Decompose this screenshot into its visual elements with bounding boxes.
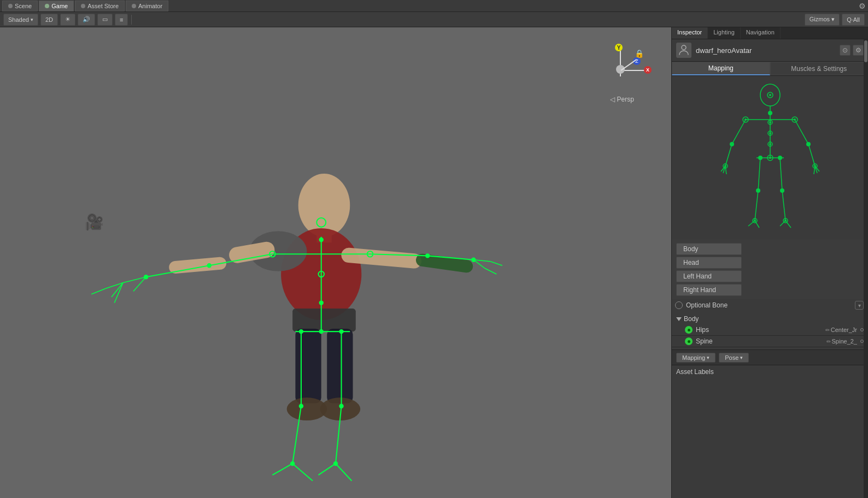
svg-rect-10 [327,329,353,404]
chevron-down-icon: ▾ [31,17,33,22]
svg-line-66 [725,166,726,174]
screen-icon: ▭ [102,16,108,23]
svg-point-48 [425,253,430,258]
human-body-svg [715,81,825,234]
svg-point-103 [756,188,760,193]
tab-lighting[interactable]: Lighting [708,27,741,39]
svg-rect-7 [415,253,473,274]
avatar-settings-btn[interactable]: ⚙ [853,45,864,56]
svg-rect-9 [295,329,321,404]
svg-line-25 [146,265,209,277]
hips-bone-row[interactable]: Hips ✏ Center_Jr [672,324,868,336]
svg-point-104 [780,188,784,193]
animator-icon [132,4,136,8]
pencil-icon: ✏ [825,327,830,333]
head-btn[interactable]: Head [676,257,742,269]
svg-line-78 [780,221,785,226]
viewport-gizmo[interactable]: 🔒 Y X Z [589,49,655,120]
main-area: 🎥 [0,27,868,498]
svg-point-88 [769,143,771,145]
viewport-toolbar: Shaded ▾ 2D ☀ 🔊 ▭ ≡ Gizmos ▾ Q·All [0,12,868,27]
svg-point-86 [769,132,771,134]
2d-button[interactable]: 2D [40,14,58,26]
mapping-tab[interactable]: Mapping [672,62,770,75]
tab-asset-store[interactable]: Asset Store [75,1,125,11]
top-tab-bar: Scene Game Asset Store Animator ⚙ [0,0,868,12]
toolbar-separator [131,15,132,25]
game-icon [45,4,49,8]
body-diagram [672,76,868,240]
tab-scene[interactable]: Scene [2,1,38,11]
body-btn[interactable]: Body [676,243,742,255]
inspector-bottom-bar: Mapping ▾ Pose ▾ [672,349,868,365]
mapping-button[interactable]: Mapping ▾ [676,353,715,363]
right-scrollbar[interactable] [864,39,868,498]
persp-label: ◁ Persp [589,96,655,103]
svg-line-17 [292,406,301,464]
scroll-thumb[interactable] [864,40,867,62]
sun-icon: ☀ [65,16,71,23]
audio-icon-btn[interactable]: 🔊 [78,14,95,26]
avatar-title: dwarf_heroAvatar [696,46,835,55]
svg-point-2 [281,228,361,320]
svg-point-98 [814,165,816,167]
svg-line-34 [473,260,491,262]
avatar-target-btn[interactable]: ⊙ [840,45,851,56]
gizmos-dropdown[interactable]: Gizmos ▾ [805,14,840,26]
tab-game[interactable]: Game [39,1,74,11]
gizmo-axes: 🔒 Y X Z [600,49,644,93]
all-dropdown[interactable]: Q·All [842,14,865,26]
svg-line-21 [318,464,336,475]
settings-icon[interactable]: ⚙ [859,2,866,10]
y-axis-ball[interactable]: Y [615,44,623,51]
tab-inspector[interactable]: Inspector [672,27,708,39]
optional-bone-row[interactable]: Optional Bone ▾ [672,299,868,311]
tab-navigation[interactable]: Navigation [741,27,781,39]
svg-point-50 [299,329,303,334]
body-tree-header[interactable]: Body [672,313,868,324]
svg-line-63 [725,144,732,166]
svg-line-76 [780,158,782,191]
pose-button[interactable]: Pose ▾ [719,353,749,363]
svg-line-27 [106,283,124,289]
svg-point-11 [287,398,327,420]
svg-rect-4 [228,240,276,264]
pencil-icon-2: ✏ [826,339,831,345]
optional-bone-toggle[interactable] [675,301,683,309]
x-axis-ball[interactable]: X [644,66,652,74]
right-hand-btn[interactable]: Right Hand [676,284,742,296]
svg-line-72 [758,158,760,191]
left-hand-btn[interactable]: Left Hand [676,270,742,282]
svg-line-71 [814,166,815,174]
sun-icon-btn[interactable]: ☀ [60,14,75,26]
layers-icon: ≡ [120,16,123,23]
svg-point-46 [207,263,212,268]
shaded-dropdown[interactable]: Shaded ▾ [3,14,38,26]
tab-animator[interactable]: Animator [126,1,168,11]
skeleton-overlay [0,27,671,498]
muscles-tab[interactable]: Muscles & Settings [770,62,869,75]
svg-line-28 [91,288,105,294]
svg-point-82 [768,111,772,115]
spine-bone-row[interactable]: Spine ✏ Spine_2_ [672,336,868,347]
scene-icon [8,4,13,8]
optional-bone-expand[interactable]: ▾ [855,301,864,310]
svg-point-106 [754,220,756,222]
screen-icon-btn[interactable]: ▭ [97,14,113,26]
layers-icon-btn[interactable]: ≡ [115,14,128,26]
svg-rect-8 [292,309,356,331]
svg-point-49 [471,258,476,262]
svg-line-35 [491,262,502,265]
svg-point-44 [269,251,275,257]
viewport[interactable]: 🎥 [0,27,671,498]
svg-line-24 [209,254,273,265]
svg-point-12 [320,398,361,420]
svg-point-55 [333,461,338,466]
svg-line-31 [133,277,146,291]
lock-icon: 🔒 [635,49,644,58]
svg-point-108 [784,220,787,222]
svg-line-33 [427,256,473,259]
svg-line-26 [123,277,146,283]
svg-line-62 [732,120,746,144]
svg-point-54 [290,461,295,466]
